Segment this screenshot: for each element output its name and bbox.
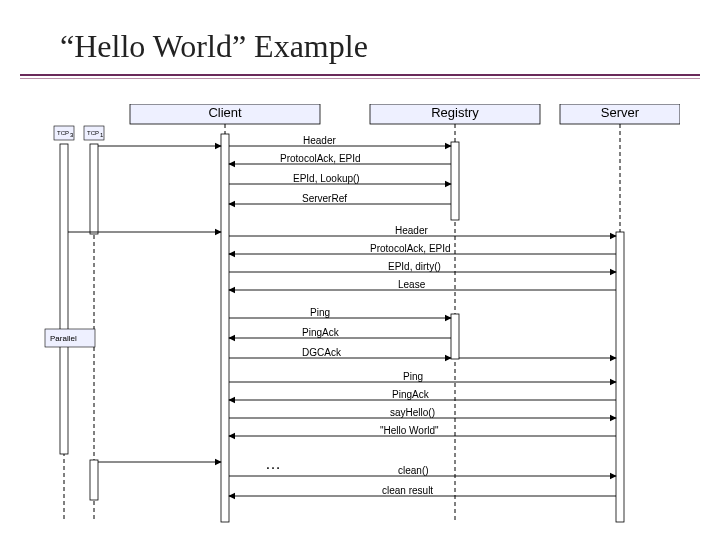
server-lane-label: Server	[601, 105, 640, 120]
client-activation	[221, 134, 229, 522]
registry-lane-label: Registry	[431, 105, 479, 120]
msg-header-1-label: Header	[303, 135, 336, 146]
registry-activation-1	[451, 142, 459, 220]
slide: “Hello World” Example “Hello World” Exam…	[0, 0, 720, 540]
msg-serverref-label: ServerRef	[302, 193, 347, 204]
msg-ping-srv-label: Ping	[403, 371, 423, 382]
ellipsis: …	[265, 455, 281, 472]
server-activation	[616, 232, 624, 522]
msg-protocolack-1-label: ProtocolAck, EPId	[280, 153, 361, 164]
msg-dgcack-label: DGCAck	[302, 347, 342, 358]
msg-protocolack-2-label: ProtocolAck, EPId	[370, 243, 451, 254]
header-rule	[20, 74, 700, 76]
client-lane-label: Client	[208, 105, 242, 120]
registry-activation-2	[451, 314, 459, 359]
tcp1-activation-2	[90, 460, 98, 500]
sequence-diagram: Client Registry Server TCP3 TCP1	[40, 104, 680, 524]
tcp1-activation-1	[90, 144, 98, 234]
msg-cleanresult-label: clean result	[382, 485, 433, 496]
header-rule-secondary	[20, 78, 700, 79]
msg-ping-reg-label: Ping	[310, 307, 330, 318]
msg-header-2-label: Header	[395, 225, 428, 236]
msg-lookup-label: EPId, Lookup()	[293, 173, 360, 184]
msg-pingack-reg-label: PingAck	[302, 327, 340, 338]
msg-pingack-srv-label: PingAck	[392, 389, 430, 400]
msg-lease-label: Lease	[398, 279, 426, 290]
msg-dirty-label: EPId, dirty()	[388, 261, 441, 272]
msg-helloworld-label: "Hello World"	[380, 425, 439, 436]
tcp3-activation	[60, 144, 68, 454]
msg-sayhello-label: sayHello()	[390, 407, 435, 418]
msg-clean-label: clean()	[398, 465, 429, 476]
parallel-label: Parallel	[50, 334, 77, 343]
slide-title: “Hello World” Example	[60, 28, 368, 65]
